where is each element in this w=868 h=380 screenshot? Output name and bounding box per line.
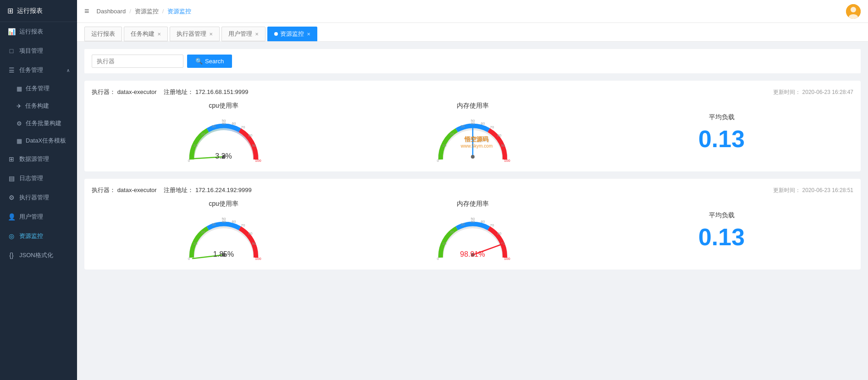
tab-executor-mgmt[interactable]: 执行器管理 ✕: [170, 27, 220, 41]
svg-text:90: 90: [252, 143, 256, 148]
task-batch-icon: ⚙: [17, 120, 22, 127]
page-content: 🔍 Search 执行器： datax-executor 注册地址： 172.1…: [77, 42, 868, 380]
svg-text:100: 100: [255, 159, 261, 163]
svg-text:60: 60: [232, 220, 236, 224]
svg-text:20: 20: [201, 132, 205, 136]
tab-run-report[interactable]: 运行报表: [84, 27, 122, 41]
update-label-2: 更新时间：: [773, 187, 801, 193]
task-mgmt-icon: ☰: [7, 66, 16, 74]
svg-text:70: 70: [490, 125, 494, 129]
sidebar-item-run-report[interactable]: 📊 运行报表: [0, 22, 77, 41]
tab-user-mgmt-close[interactable]: ✕: [255, 32, 259, 37]
datasource-mgmt-icon: ⊞: [7, 155, 16, 163]
cpu-gauge-1-title: cpu使用率: [209, 102, 238, 110]
sidebar-item-task-mgmt[interactable]: ☰ 任务管理 ∧: [0, 61, 77, 80]
svg-text:30: 30: [460, 124, 464, 128]
sidebar-header-label: 运行报表: [17, 7, 43, 15]
sidebar-item-datasource-mgmt-label: 数据源管理: [19, 155, 49, 163]
monitor-card-1-executor-info: 执行器： datax-executor 注册地址： 172.16.68.151:…: [92, 88, 249, 96]
monitor-card-2-update-time: 更新时间： 2020-06-23 16:28:51: [773, 187, 853, 194]
sidebar-item-user-mgmt[interactable]: 👤 用户管理: [0, 207, 77, 226]
sidebar-sub-item-task-build-label: 任务构建: [25, 102, 49, 110]
sidebar-item-datax-template[interactable]: ▦ DataX任务模板: [0, 132, 77, 149]
sidebar-item-resource-monitor[interactable]: ◎ 资源监控: [0, 226, 77, 246]
cpu-gauge-1: cpu使用率: [99, 102, 348, 164]
svg-text:10: 10: [442, 143, 446, 148]
svg-text:10: 10: [193, 242, 197, 246]
breadcrumb-resource-monitor-1[interactable]: 资源监控: [135, 7, 159, 16]
svg-text:30: 30: [211, 222, 216, 226]
sidebar-item-project-mgmt[interactable]: □ 项目管理: [0, 41, 77, 61]
svg-text:20: 20: [450, 132, 454, 136]
tab-task-build[interactable]: 任务构建 ✕: [124, 27, 168, 41]
sidebar-item-executor-mgmt-label: 执行器管理: [19, 193, 49, 202]
tab-executor-mgmt-close[interactable]: ✕: [209, 32, 213, 37]
tab-resource-monitor[interactable]: 资源监控 ✕: [267, 27, 317, 41]
sidebar-header: ⊞ 运行报表: [0, 0, 77, 22]
monitor-card-1-header: 执行器： datax-executor 注册地址： 172.16.68.151:…: [92, 88, 853, 96]
register-label-1: 注册地址：: [164, 88, 194, 95]
datax-template-icon: ▦: [17, 138, 22, 144]
project-mgmt-icon: □: [7, 47, 16, 55]
svg-text:0: 0: [437, 257, 439, 261]
sidebar-item-user-mgmt-label: 用户管理: [19, 213, 43, 221]
svg-text:50: 50: [221, 217, 226, 221]
svg-text:30: 30: [211, 124, 216, 128]
svg-text:100: 100: [255, 257, 261, 261]
executor-name-1: datax-executor: [117, 88, 157, 95]
tab-task-build-close[interactable]: ✕: [157, 32, 161, 37]
svg-text:70: 70: [241, 223, 245, 227]
monitor-card-1-gauges: cpu使用率: [92, 102, 853, 164]
tab-user-mgmt-label: 用户管理: [228, 30, 252, 38]
memory-gauge-1-title: 内存使用率: [457, 102, 489, 110]
menu-toggle-icon[interactable]: ≡: [84, 6, 89, 16]
search-button[interactable]: 🔍 Search: [187, 55, 232, 68]
monitor-card-1: 执行器： datax-executor 注册地址： 172.16.68.151:…: [84, 81, 861, 171]
json-format-icon: {}: [7, 252, 16, 259]
register-addr-2: 172.16.224.192:9999: [195, 187, 252, 193]
sidebar-item-datasource-mgmt[interactable]: ⊞ 数据源管理: [0, 149, 77, 169]
sidebar-item-task-build[interactable]: ✈ 任务构建: [0, 97, 77, 115]
sidebar-item-json-format[interactable]: {} JSON格式化: [0, 246, 77, 265]
sidebar-item-task-batch[interactable]: ⚙ 任务批量构建: [0, 115, 77, 132]
breadcrumb-sep-1: /: [129, 8, 131, 15]
search-input[interactable]: [92, 55, 183, 68]
memory-gauge-1: 内存使用率 0 10 20 30 40 50: [348, 102, 597, 164]
executor-label-1: 执行器：: [92, 88, 116, 95]
svg-text:0: 0: [437, 159, 439, 163]
search-bar: 🔍 Search: [84, 49, 861, 73]
run-report-icon: 📊: [7, 28, 16, 35]
breadcrumb-sep-2: /: [162, 8, 164, 15]
sidebar-item-resource-monitor-label: 资源监控: [19, 232, 43, 240]
memory-gauge-2: 内存使用率 0 10 20 30 40 50: [348, 200, 597, 262]
cpu-gauge-2-value: 1.85%: [213, 250, 234, 259]
svg-text:90: 90: [501, 143, 505, 148]
tab-active-dot: [274, 32, 278, 36]
svg-text:80: 80: [497, 231, 501, 236]
memory-gauge-2-title: 内存使用率: [457, 200, 489, 208]
sidebar-item-task-mgmt-sub[interactable]: ▦ 任务管理: [0, 80, 77, 97]
tab-run-report-label: 运行报表: [91, 30, 115, 38]
memory-gauge-2-value: 98.91%: [460, 250, 485, 259]
tab-user-mgmt[interactable]: 用户管理 ✕: [221, 27, 265, 41]
sidebar-item-run-report-label: 运行报表: [19, 28, 43, 36]
svg-text:20: 20: [450, 230, 454, 234]
svg-text:90: 90: [252, 242, 256, 246]
avatar[interactable]: [846, 4, 861, 19]
breadcrumb-dashboard[interactable]: Dashboard: [97, 8, 126, 15]
avg-load-2-title: 平均负载: [709, 211, 735, 220]
sidebar-item-json-format-label: JSON格式化: [19, 251, 53, 259]
user-mgmt-icon: 👤: [7, 213, 16, 220]
memory-gauge-2-container: 0 10 20 30 40 50 60 70 80 90 100: [431, 212, 514, 262]
search-icon: 🔍: [195, 58, 203, 65]
cpu-gauge-2-title: cpu使用率: [209, 200, 238, 208]
register-addr-1: 172.16.68.151:9999: [195, 88, 249, 95]
sidebar-item-log-mgmt[interactable]: ▤ 日志管理: [0, 169, 77, 188]
avatar-image: [846, 4, 861, 19]
sidebar: ⊞ 运行报表 📊 运行报表 □ 项目管理 ☰ 任务管理 ∧ ▦ 任务管理 ✈ 任…: [0, 0, 77, 380]
avg-load-1: 平均负载 0.13: [597, 113, 846, 153]
sidebar-item-executor-mgmt[interactable]: ⚙ 执行器管理: [0, 188, 77, 207]
sidebar-item-project-mgmt-label: 项目管理: [19, 47, 43, 55]
tab-resource-monitor-close[interactable]: ✕: [307, 32, 310, 37]
svg-text:0: 0: [188, 159, 190, 163]
